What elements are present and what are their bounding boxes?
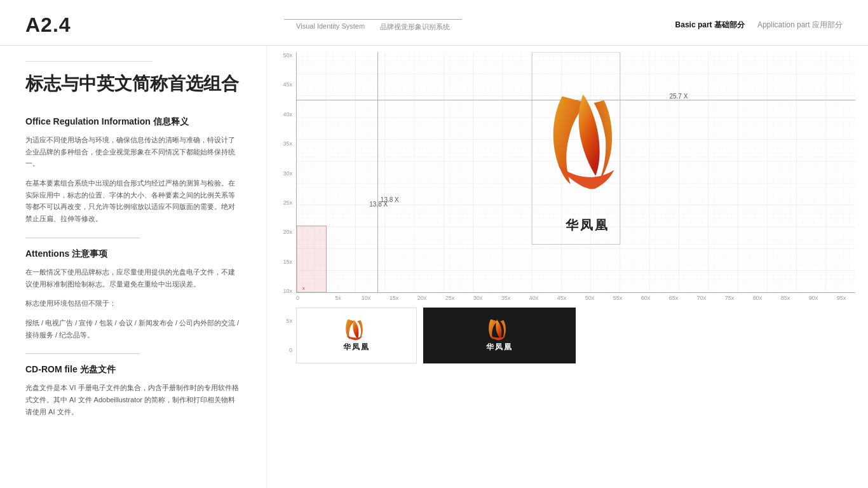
x-label-60: 60x [632, 295, 660, 301]
logo-white-text: 华凤凰 [343, 342, 370, 353]
header-nav-text: Visual Identity System 品牌视觉形象识别系统 [296, 22, 450, 32]
page-title: 标志与中英文简称首选组合 [25, 72, 241, 96]
system-name-en: Visual Identity System [296, 22, 365, 32]
y-label-40: 40x [283, 111, 292, 118]
section-divider2 [25, 238, 140, 238]
section1-body1: 为适应不同使用场合与环境，确保信息传达的清晰与准确，特设计了企业品牌的多种组合，… [25, 134, 241, 170]
measure-257x-label: 25.7 X [669, 93, 688, 100]
y-label-20: 20x [283, 229, 292, 235]
section1-title: Office Regulation Information 信息释义 [25, 116, 241, 128]
page-code: A2.4 [25, 13, 71, 37]
brand-name-large: 华凤凰 [566, 217, 609, 234]
y-label-45: 45x [283, 81, 292, 88]
top-divider [25, 61, 153, 62]
x-label-90: 90x [799, 295, 827, 301]
left-panel: 标志与中英文简称首选组合 Office Regulation Informati… [0, 46, 267, 488]
x-label-45: 45x [548, 295, 576, 301]
section1-body2: 在基本要素组合系统中出现的组合形式均经过严格的测算与检验。在实际应用中，标志的位… [25, 177, 241, 225]
section2-title-cn: 注意事项 [72, 248, 107, 259]
section-divider3 [25, 353, 140, 354]
x-label-95: 95x [827, 295, 855, 301]
nav-application[interactable]: Application part 应用部分 [757, 20, 843, 30]
y-label-35: 35x [283, 140, 292, 147]
section2-body3: 报纸 / 电视广告 / 宣传 / 包装 / 会议 / 新闻发布会 / 公司内外部… [25, 317, 241, 341]
x-label-20: 20x [408, 295, 436, 301]
header-divider [284, 19, 462, 20]
x-label-5: 5x [324, 295, 352, 301]
y-label-0: 0 [289, 347, 292, 353]
x-label-10: 10x [352, 295, 380, 301]
y-label-15: 15x [283, 259, 292, 265]
logo-black-text: 华凤凰 [486, 342, 513, 353]
system-name-cn: 品牌视觉形象识别系统 [380, 22, 450, 32]
logo-main: 华凤凰 [531, 57, 643, 245]
header: A2.4 Visual Identity System 品牌视觉形象识别系统 B… [0, 0, 868, 46]
section3-title-en: CD-ROM file [25, 364, 78, 374]
logo-preview-row: 华凤凰 [296, 308, 855, 363]
section3-body1: 光盘文件是本 VI 手册电子文件的集合，内含手册制作时的专用软件格式文件。其中 … [25, 382, 241, 417]
header-center: Visual Identity System 品牌视觉形象识别系统 [284, 19, 462, 32]
measure-138x-label: 13.8 X [369, 201, 388, 208]
svg-text:x: x [302, 285, 305, 291]
x-label-50: 50x [576, 295, 604, 301]
x-label-25: 25x [436, 295, 464, 301]
x-label-65: 65x [660, 295, 688, 301]
svg-rect-151 [297, 226, 326, 292]
section1-title-cn: 信息释义 [153, 116, 189, 126]
logo-white-preview: 华凤凰 [296, 308, 417, 363]
section2-body2: 标志使用环境包括但不限于： [25, 297, 241, 309]
nav-basic[interactable]: Basic part 基础部分 [675, 20, 745, 30]
section2-body1: 在一般情况下使用品牌标志，应尽量使用提供的光盘电子文件，不建议使用标准制图绘制标… [25, 266, 241, 290]
section2-title: Attentions 注意事项 [25, 248, 241, 260]
section3-title-cn: 光盘文件 [80, 364, 116, 374]
x-label-85: 85x [771, 295, 799, 301]
x-label-80: 80x [743, 295, 771, 301]
x-label-55: 55x [604, 295, 632, 301]
y-label-50: 50x [283, 52, 292, 58]
x-label-0: 0 [296, 295, 324, 301]
y-label-10: 10x [283, 288, 292, 294]
y-label-30: 30x [283, 170, 292, 177]
y-label-25: 25x [283, 200, 292, 206]
header-right-nav: Basic part 基础部分 Application part 应用部分 [675, 20, 843, 30]
logo-black-preview: 华凤凰 [423, 308, 576, 363]
section3-title: CD-ROM file 光盘文件 [25, 364, 241, 376]
section2-title-en: Attentions [25, 248, 69, 259]
x-label-75: 75x [715, 295, 743, 301]
right-panel: 50x 45x 40x 35x 30x 25x 20x 15x 10x 5x 0 [267, 46, 868, 488]
x-label-40: 40x [520, 295, 548, 301]
x-label-15: 15x [380, 295, 408, 301]
x-label-35: 35x [492, 295, 520, 301]
x-axis: 0 5x 10x 15x 20x 25x 30x 35x 40x 45x 50x… [296, 295, 855, 301]
main-content: 标志与中英文简称首选组合 Office Regulation Informati… [0, 46, 868, 488]
x-label-70: 70x [688, 295, 715, 301]
x-label-30: 30x [464, 295, 492, 301]
section1-title-en: Office Regulation Information [25, 116, 151, 126]
y-label-5: 5x [286, 318, 292, 324]
